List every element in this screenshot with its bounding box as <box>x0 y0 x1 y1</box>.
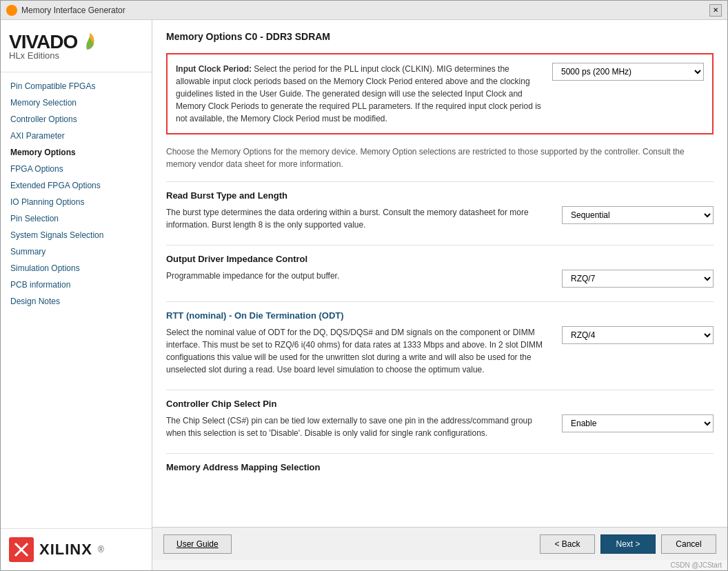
memory-address-section: Memory Address Mapping Selection <box>166 462 714 472</box>
rtt-dropdown[interactable]: RZQ/4 RZQ/6 RZQ/8 Disabled <box>562 326 714 344</box>
main-area: Memory Options C0 - DDR3 SDRAM Input Clo… <box>152 20 727 570</box>
back-button[interactable]: < Back <box>540 534 595 554</box>
sidebar: VIVADO HLx Editions Pin Compatible FPGAs… <box>1 20 152 570</box>
divider-3 <box>166 301 714 302</box>
sidebar-item-pin-selection[interactable]: Pin Selection <box>1 210 152 227</box>
titlebar: Memory Interface Generator ✕ <box>1 1 727 20</box>
divider-4 <box>166 390 714 390</box>
content-area: VIVADO HLx Editions Pin Compatible FPGAs… <box>1 20 727 570</box>
vivado-leaf-icon <box>80 32 101 52</box>
sidebar-item-axi-parameter[interactable]: AXI Parameter <box>1 128 152 144</box>
read-burst-section: Read Burst Type and Length The burst typ… <box>166 190 714 231</box>
sidebar-nav: Pin Compatible FPGAs Memory Selection Co… <box>1 72 152 528</box>
titlebar-left: Memory Interface Generator <box>6 5 125 16</box>
sidebar-item-summary[interactable]: Summary <box>1 243 152 260</box>
sidebar-bottom: XILINX ® <box>1 528 152 570</box>
chip-select-title: Controller Chip Select Pin <box>166 399 714 409</box>
output-driver-control: RZQ/7 RZQ/6 <box>562 270 714 288</box>
input-clock-label: Input Clock Period: <box>176 64 254 74</box>
chip-select-control: Enable Disable <box>562 414 714 432</box>
read-burst-description: The burst type determines the data order… <box>166 206 551 231</box>
input-clock-text: Input Clock Period: Select the period fo… <box>176 63 541 125</box>
sidebar-item-pcb-information[interactable]: PCB information <box>1 277 152 293</box>
input-clock-section: Input Clock Period: Select the period fo… <box>166 53 714 134</box>
output-driver-dropdown[interactable]: RZQ/7 RZQ/6 <box>562 270 714 288</box>
rtt-control: RZQ/4 RZQ/6 RZQ/8 Disabled <box>562 326 714 344</box>
read-burst-row: The burst type determines the data order… <box>166 206 714 231</box>
memory-options-description: Choose the Memory Options for the memory… <box>166 146 714 170</box>
rtt-description: Select the nominal value of ODT for the … <box>166 326 551 376</box>
sidebar-item-extended-fpga-options[interactable]: Extended FPGA Options <box>1 177 152 194</box>
sidebar-item-system-signals-selection[interactable]: System Signals Selection <box>1 227 152 243</box>
output-driver-description: Programmable impedance for the output bu… <box>166 270 551 282</box>
input-clock-dropdown-container: 5000 ps (200 MHz) 6000 ps (166 MHz) 4000… <box>552 63 704 81</box>
rtt-row: Select the nominal value of ODT for the … <box>166 326 714 376</box>
chip-select-description: The Chip Select (CS#) pin can be tied lo… <box>166 414 551 439</box>
watermark: CSDN @JCStart <box>152 560 727 570</box>
svg-marker-0 <box>8 7 15 13</box>
rtt-label-colored: RTT (nominal) - On Die Termination (ODT) <box>166 310 344 321</box>
close-button[interactable]: ✕ <box>709 4 722 17</box>
sidebar-item-fpga-options[interactable]: FPGA Options <box>1 161 152 177</box>
sidebar-item-controller-options[interactable]: Controller Options <box>1 111 152 128</box>
output-driver-row: Programmable impedance for the output bu… <box>166 270 714 288</box>
app-icon <box>6 5 17 16</box>
xilinx-logo: XILINX ® <box>9 537 143 562</box>
footer-left: User Guide <box>163 534 232 554</box>
divider-1 <box>166 181 714 182</box>
user-guide-button[interactable]: User Guide <box>163 534 232 554</box>
footer-right: < Back Next > Cancel <box>540 534 716 554</box>
vivado-tagline: HLx Editions <box>9 50 143 61</box>
cancel-button[interactable]: Cancel <box>661 534 716 554</box>
sidebar-logo: VIVADO HLx Editions <box>1 20 152 72</box>
main-content: Memory Options C0 - DDR3 SDRAM Input Clo… <box>152 20 727 527</box>
divider-2 <box>166 245 714 246</box>
main-window: Memory Interface Generator ✕ VIVADO HLx … <box>0 0 728 571</box>
sidebar-item-design-notes[interactable]: Design Notes <box>1 293 152 310</box>
footer: User Guide < Back Next > Cancel <box>152 527 727 560</box>
sidebar-item-memory-selection[interactable]: Memory Selection <box>1 94 152 111</box>
rtt-title: RTT (nominal) - On Die Termination (ODT) <box>166 310 714 321</box>
xilinx-registered: ® <box>98 545 104 554</box>
page-title: Memory Options C0 - DDR3 SDRAM <box>166 31 714 42</box>
divider-5 <box>166 453 714 454</box>
read-burst-control: Sequential Interleaved <box>562 206 714 224</box>
vivado-logo: VIVADO HLx Editions <box>9 31 143 61</box>
memory-address-title: Memory Address Mapping Selection <box>166 462 714 472</box>
output-driver-title: Output Driver Impedance Control <box>166 254 714 264</box>
xilinx-icon <box>9 537 34 562</box>
sidebar-item-pin-compatible[interactable]: Pin Compatible FPGAs <box>1 78 152 94</box>
sidebar-item-io-planning-options[interactable]: IO Planning Options <box>1 194 152 210</box>
sidebar-item-memory-options[interactable]: Memory Options <box>1 144 152 161</box>
chip-select-section: Controller Chip Select Pin The Chip Sele… <box>166 399 714 439</box>
chip-select-dropdown[interactable]: Enable Disable <box>562 414 714 432</box>
window-title: Memory Interface Generator <box>21 6 125 15</box>
read-burst-title: Read Burst Type and Length <box>166 190 714 201</box>
next-button[interactable]: Next > <box>600 534 656 554</box>
input-clock-content: Input Clock Period: Select the period fo… <box>176 63 704 125</box>
chip-select-row: The Chip Select (CS#) pin can be tied lo… <box>166 414 714 439</box>
xilinx-label: XILINX <box>39 541 92 559</box>
rtt-section: RTT (nominal) - On Die Termination (ODT)… <box>166 310 714 376</box>
input-clock-dropdown[interactable]: 5000 ps (200 MHz) 6000 ps (166 MHz) 4000… <box>552 63 704 81</box>
output-driver-section: Output Driver Impedance Control Programm… <box>166 254 714 288</box>
sidebar-item-simulation-options[interactable]: Simulation Options <box>1 260 152 277</box>
read-burst-dropdown[interactable]: Sequential Interleaved <box>562 206 714 224</box>
